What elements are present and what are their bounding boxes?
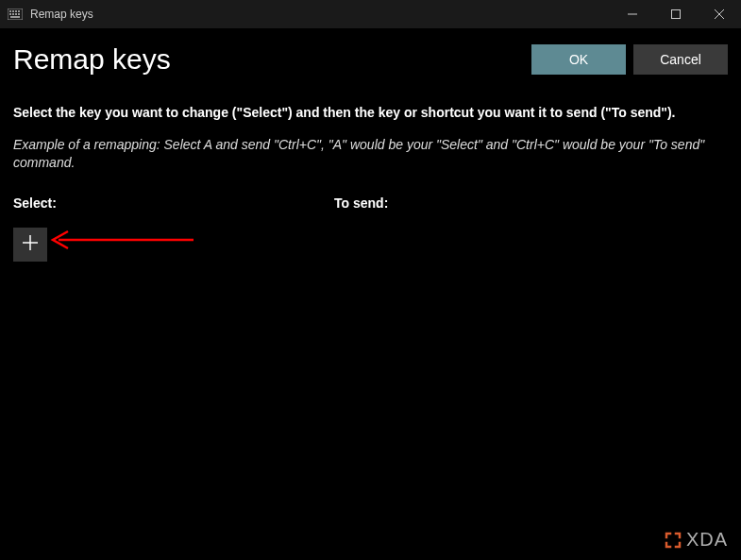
to-send-column: To send: <box>334 195 728 262</box>
svg-rect-4 <box>18 10 20 12</box>
watermark-logo-icon <box>664 531 682 550</box>
columns: Select: To send: <box>13 195 728 262</box>
watermark: XDA <box>664 529 728 551</box>
svg-rect-3 <box>15 10 17 12</box>
app-icon <box>8 8 23 20</box>
svg-rect-5 <box>9 13 11 15</box>
svg-rect-11 <box>672 10 681 19</box>
watermark-text: XDA <box>686 529 728 551</box>
svg-rect-9 <box>10 16 20 18</box>
cancel-button[interactable]: Cancel <box>633 44 728 75</box>
close-button[interactable] <box>698 0 741 28</box>
ok-button[interactable]: OK <box>531 44 626 75</box>
plus-icon <box>21 233 40 256</box>
instruction-text: Select the key you want to change ("Sele… <box>13 104 728 123</box>
page-title: Remap keys <box>13 43 171 76</box>
button-group: OK Cancel <box>531 44 728 75</box>
minimize-button[interactable] <box>611 0 654 28</box>
to-send-label: To send: <box>334 195 728 211</box>
titlebar-title: Remap keys <box>30 8 611 21</box>
svg-rect-1 <box>9 10 11 12</box>
titlebar: Remap keys <box>0 0 741 28</box>
svg-rect-7 <box>15 13 17 15</box>
select-column: Select: <box>13 195 334 262</box>
svg-rect-8 <box>18 13 20 15</box>
add-remap-button[interactable] <box>13 228 47 262</box>
select-label: Select: <box>13 195 334 211</box>
header: Remap keys OK Cancel <box>0 34 741 76</box>
content: Select the key you want to change ("Sele… <box>0 76 741 275</box>
svg-rect-6 <box>12 13 14 15</box>
svg-rect-2 <box>12 10 14 12</box>
maximize-button[interactable] <box>654 0 698 28</box>
window-controls <box>611 0 741 28</box>
example-text: Example of a remapping: Select A and sen… <box>13 136 728 173</box>
